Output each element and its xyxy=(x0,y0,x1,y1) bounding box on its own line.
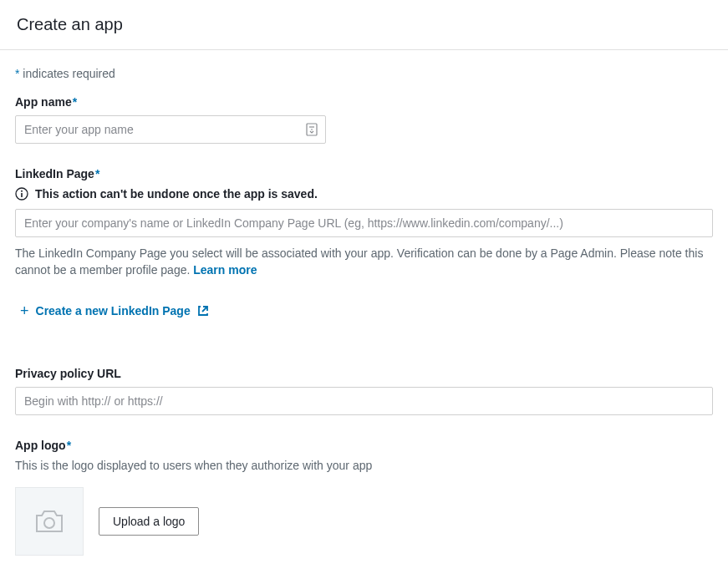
learn-more-link[interactable]: Learn more xyxy=(193,263,257,277)
info-icon xyxy=(15,187,28,201)
logo-placeholder[interactable] xyxy=(15,487,84,556)
app-name-group: App name* xyxy=(15,95,713,144)
required-note-text: indicates required xyxy=(19,67,115,80)
required-indicator-note: * indicates required xyxy=(15,67,713,80)
privacy-policy-group: Privacy policy URL xyxy=(15,367,713,415)
upload-logo-button[interactable]: Upload a logo xyxy=(99,507,199,536)
app-name-input[interactable] xyxy=(15,115,326,144)
svg-point-4 xyxy=(21,190,23,192)
create-linkedin-page-text: Create a new LinkedIn Page xyxy=(36,304,191,317)
app-name-label: App name* xyxy=(15,95,713,109)
linkedin-page-warning: This action can't be undone once the app… xyxy=(15,187,713,201)
app-logo-help: This is the logo displayed to users when… xyxy=(15,459,713,472)
required-asterisk: * xyxy=(95,167,99,180)
svg-point-7 xyxy=(44,518,54,528)
logo-upload-row: Upload a logo xyxy=(15,487,713,556)
required-asterisk: * xyxy=(73,95,77,109)
autofill-icon xyxy=(306,123,318,136)
external-link-icon xyxy=(197,305,209,317)
linkedin-page-warning-text: This action can't be undone once the app… xyxy=(35,187,318,201)
linkedin-page-input[interactable] xyxy=(15,209,713,237)
privacy-policy-label: Privacy policy URL xyxy=(15,367,713,380)
create-linkedin-page-link[interactable]: + Create a new LinkedIn Page xyxy=(20,303,209,318)
page-header: Create an app xyxy=(0,0,728,50)
linkedin-page-help: The LinkedIn Company Page you select wil… xyxy=(15,246,713,278)
privacy-policy-input[interactable] xyxy=(15,387,713,415)
app-name-input-wrapper xyxy=(15,115,326,144)
app-logo-group: App logo* This is the logo displayed to … xyxy=(15,439,713,556)
svg-rect-5 xyxy=(21,193,23,197)
linkedin-page-group: LinkedIn Page* This action can't be undo… xyxy=(15,167,713,343)
plus-icon: + xyxy=(20,303,29,318)
app-logo-label: App logo* xyxy=(15,439,713,452)
required-asterisk: * xyxy=(67,439,71,452)
form-content: * indicates required App name* LinkedIn … xyxy=(0,50,728,574)
page-title: Create an app xyxy=(17,15,711,34)
camera-icon xyxy=(34,509,64,534)
linkedin-page-label: LinkedIn Page* xyxy=(15,167,713,180)
